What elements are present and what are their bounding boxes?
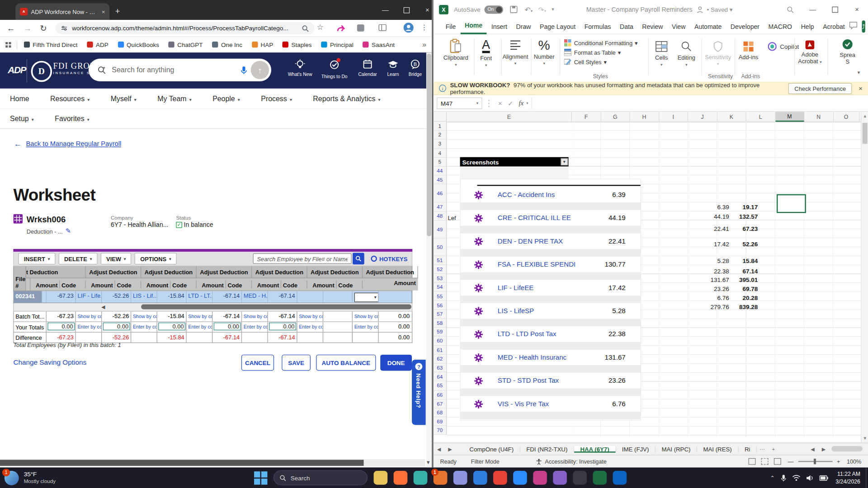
enter-entry-icon[interactable]: ✓ [508,99,513,107]
excel-minimize-button[interactable]: — [802,0,824,19]
row-header[interactable]: 5 [434,158,446,167]
wifi-icon[interactable] [792,474,800,481]
show-by-link[interactable]: Show by co... [187,311,213,321]
redo-icon[interactable]: ↷▾ [538,5,546,14]
cell-value-k[interactable]: 6.39 [500,204,729,211]
taskbar-search[interactable]: Search [274,470,368,485]
employee-search-input[interactable] [253,253,352,264]
total-input[interactable] [214,323,241,330]
font-group[interactable]: A Font▾ [476,39,495,68]
row-header[interactable]: 2 [434,131,446,140]
row-header[interactable]: 47 [434,203,446,212]
cell-value-l[interactable]: 67.14 [731,268,758,276]
taskbar-app-icon[interactable] [513,471,527,485]
scroll-down-icon[interactable]: ▼ [426,460,431,465]
search-submit-button[interactable]: ↑ [251,61,269,79]
sheet-tab[interactable]: MAI (RPC) [656,446,697,452]
zoom-icon[interactable] [302,24,309,32]
row-header[interactable]: 44 [434,166,446,175]
taskbar-app-icon[interactable] [414,471,428,485]
cell-value-l[interactable]: 52.26 [731,241,758,249]
row-header[interactable]: 54 [434,283,446,292]
amount-cell[interactable]: -15.84 [157,291,187,303]
adp-logo[interactable]: ADP [8,65,26,75]
bookmark-item[interactable]: ADP [87,41,108,48]
excel-vscroll-thumb[interactable] [863,123,868,144]
browser-tab[interactable]: A ADP Workforce Now - Workshe × [15,3,109,20]
name-box[interactable]: M47▾ [437,98,482,109]
scroll-thumb[interactable] [141,304,411,309]
sheet-tab[interactable]: FDI (NR2-TXU) [520,446,574,452]
taskbar-clock[interactable]: 11:22 AM 3/24/2026 [835,470,860,485]
enter-by-link[interactable]: Enter by co... [76,322,102,332]
column-header[interactable]: G [601,112,630,122]
code-cell[interactable]: LIF - Life... [76,291,102,303]
sheet-next-icon[interactable]: ▶ [444,443,455,455]
ribbon-collapse-caret[interactable]: ▾ [858,70,860,75]
acrobat-group[interactable]: Adobe Acrobat ▾ [797,40,823,64]
row-header[interactable]: 50 [434,238,446,256]
ribbon-tab[interactable]: Developer [726,19,764,34]
taskbar-app-icon[interactable] [394,471,408,485]
row-header[interactable]: 49 [434,221,446,238]
side-panel-icon[interactable] [379,24,387,31]
cell-styles-button[interactable]: Cell Styles▾ [564,58,638,66]
edit-pencil-icon[interactable]: ✎ [65,227,71,235]
nav-item[interactable]: Process▾ [261,94,292,103]
taskbar-app-icon[interactable]: 1 [434,471,448,485]
row-header[interactable]: 46 [434,184,446,202]
delete-button[interactable]: DELETE▾ [59,253,98,265]
employee-row[interactable]: 002341 -67.23 LIF - Life... -52.26 LIS -… [13,291,412,303]
enter-by-link[interactable]: Enter by co... [297,322,324,332]
comments-icon[interactable] [849,21,858,31]
nav-item[interactable]: Reports & Analytics▾ [313,94,380,103]
show-by-link[interactable]: Show by co... [242,311,268,321]
cell-value-k[interactable]: 17.42 [500,241,729,249]
add-sheet-button[interactable]: + [768,443,779,455]
back-icon[interactable]: ← [7,23,15,33]
cell-value-l[interactable]: 20.28 [731,294,758,302]
row-header[interactable]: 59 [434,328,446,337]
row-header[interactable]: 67 [434,399,446,408]
row-header[interactable]: 48 [434,211,446,221]
mic-icon[interactable] [240,66,247,75]
scroll-down-icon[interactable]: ▼ [861,436,868,441]
column-header[interactable]: K [717,112,746,122]
filter-dropdown-icon[interactable]: ▼ [561,158,568,165]
show-by-link[interactable]: Show by co... [353,311,379,321]
spreadsheet-partial-group[interactable]: Sprea S [831,39,864,65]
show-by-link[interactable]: Show by co... [76,311,102,321]
bookmark-item[interactable]: QuickBooks [118,41,159,48]
ribbon-tab[interactable]: Review [638,19,668,34]
row-header[interactable]: 3 [434,140,446,149]
row-header[interactable]: 62 [434,355,446,364]
zoom-slider[interactable] [798,461,832,462]
tab-close-icon[interactable]: × [102,8,105,15]
cell-value-l[interactable]: 69.78 [731,286,758,293]
share-button[interactable]: ⤴ [862,20,865,33]
scroll-left-icon[interactable]: ◀ [101,304,105,310]
nav-item[interactable]: Setup▾ [10,114,34,122]
page-vscrollbar[interactable] [426,52,432,467]
row-header[interactable]: 53 [434,274,446,283]
taskbar-app-icon[interactable] [374,471,388,485]
cell-value-k[interactable]: 5.28 [500,257,729,265]
start-button[interactable] [254,470,268,485]
formula-input[interactable] [532,98,865,109]
weather-widget[interactable]: 1 35°F Mostly cloudy [5,470,88,485]
cells-area[interactable]: Screenshots ▼ Lef ACC - Accident Ins [447,122,861,442]
ribbon-tab[interactable]: Insert [487,19,512,34]
show-desktop-strip[interactable] [866,468,868,488]
addins-group[interactable]: Add-ins [737,41,760,61]
column-header[interactable]: M [775,112,804,122]
options-button[interactable]: OPTIONS▾ [135,253,177,265]
things-to-do-button[interactable]: Things to Do [320,59,349,79]
column-header[interactable]: E [447,112,572,122]
total-input[interactable] [158,323,185,330]
number-group[interactable]: % Number▾ [533,39,555,66]
need-help-tab[interactable]: ? Need Help? [412,360,426,425]
row-header[interactable]: 70 [434,426,446,435]
column-header[interactable]: F [572,112,601,122]
row-header[interactable]: 69 [434,417,446,426]
taskbar-app-icon[interactable] [573,471,587,485]
